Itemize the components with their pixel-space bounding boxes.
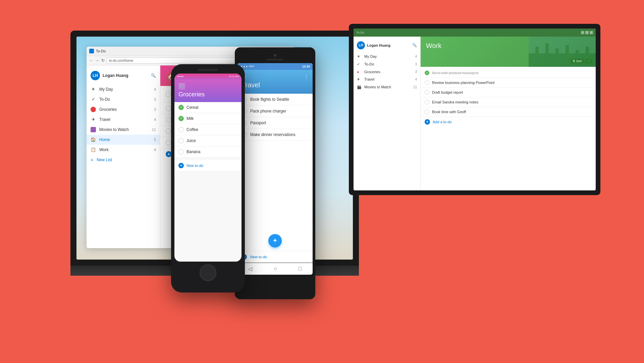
android-fab-container: + [237,227,313,251]
iphone-check-2[interactable] [178,127,184,132]
iphone-check-0[interactable]: ✓ [178,105,184,110]
todo-check-1[interactable] [166,106,171,111]
tablet-sidebar-myday[interactable]: ☀ My Day 4 [354,53,420,60]
sidebar-item-home[interactable]: 🏠 Home 5 [87,135,160,145]
iphone-statusbar: ●●●● 9:41 AM [174,74,241,80]
android-content: Book flights to Seattle Pack phone charg… [237,94,313,263]
sidebar-item-myday[interactable]: ☀ My Day 4 [87,84,160,94]
android-add-todo[interactable]: + New to-do [237,251,313,263]
work-check-2[interactable] [425,90,429,95]
tablet-close[interactable]: × [590,31,593,34]
work-check-0[interactable]: ✓ [425,71,429,75]
groceries-icon [91,107,96,112]
sidebar-count-groceries: 3 [154,107,156,111]
iphone-body: ●●●● 9:41 AM 🛒 Groceries ✓ Cereal ✓ [171,64,245,292]
sidebar-item-work[interactable]: 📋 Work 4 [87,145,160,155]
work-add-todo[interactable]: + Add a to-do [421,117,596,127]
work-check-3[interactable] [425,100,429,104]
sidebar-item-movies[interactable]: Movies to Watch 11 [87,125,160,135]
android-more-icon[interactable]: ⋮ [304,74,309,79]
todo-check-4[interactable] [166,140,171,145]
tablet-minimize[interactable]: − [581,31,584,34]
tablet-sidebar-movies[interactable]: 🎬 Movies to Match 11 [354,83,420,91]
iphone-home-button[interactable] [200,264,216,281]
sidebar-label-todo: To-Do [99,97,151,102]
work-add-icon: + [425,119,430,125]
iphone-add-icon: + [178,163,184,168]
android-item-1: Pack phone charger [237,105,313,117]
tablet-sidebar-label-todo: To-Do [364,62,412,66]
tablet-sidebar-groceries[interactable]: ● Groceries 3 [354,68,420,76]
work-text-1: Review business planning PowerPoint [432,81,495,85]
iphone-item-2: Coffee [174,124,241,135]
work-text-2: Draft budget report [432,90,463,94]
work-check-4[interactable] [425,109,429,114]
username: Logan Huang [103,73,148,78]
iphone-check-3[interactable] [178,138,184,143]
android-back-button[interactable]: ◁ [248,266,252,272]
iphone-check-4[interactable] [178,149,184,154]
iphone-list-title: Groceries [178,91,237,98]
iphone-speaker [198,69,218,71]
iphone-check-1[interactable]: ✓ [178,116,184,121]
tablet-count-myday: 4 [415,55,417,58]
search-icon[interactable]: 🔍 [151,73,156,78]
tablet-username: Logan Huang [367,43,390,47]
tablet-sidebar-todo[interactable]: ✓ To-Do 3 [354,60,420,68]
sort-button[interactable]: ⇅ Sort [571,59,584,63]
sidebar-count-home: 5 [154,138,156,142]
sidebar-count-movies: 11 [152,128,156,132]
refresh-button[interactable]: ↻ [101,58,105,63]
sort-icon: ⇅ [573,59,575,63]
tablet-device: To-Do − □ × LH Logan Huang 🔍 [349,24,600,303]
iphone-device: ●●●● 9:41 AM 🛒 Groceries ✓ Cereal ✓ [171,64,245,292]
work-item-0: ✓ Meet with product managers [421,68,596,78]
tablet-travel-icon: ✈ [357,77,362,82]
tablet-movies-icon: 🎬 [357,85,362,89]
sidebar-item-groceries[interactable]: Groceries 3 [87,104,160,115]
more-button[interactable]: ⋯ [585,59,592,63]
tablet-count-travel: 4 [415,78,417,81]
iphone-item-4: Banana [174,146,241,157]
android-home-button[interactable]: ○ [274,266,277,272]
iphone-item-1: ✓ Milk [174,113,241,124]
tablet-maximize[interactable]: □ [585,31,589,34]
todo-check-2[interactable] [166,117,171,123]
sidebar-item-todo[interactable]: ✓ To-Do 3 [87,94,160,104]
android-list-title: Travel [241,81,309,89]
todo-check-3[interactable] [166,129,171,134]
tablet-sidebar-travel[interactable]: ✈ Travel 4 [354,76,420,83]
tablet-count-groceries: 3 [415,70,417,74]
tablet-titlebar: To-Do − □ × [354,29,596,37]
android-statusbar: ▲▲▲ WiFi 12:30 [237,63,313,70]
work-text-0: Meet with product managers [432,71,479,75]
android-body: ▲▲▲ WiFi 12:30 ☰ ⋮ Travel Book flights t… [235,47,315,299]
android-recents-button[interactable]: □ [299,266,302,272]
new-list-button[interactable]: + New List [87,155,160,165]
iphone-content: ✓ Cereal ✓ Milk Coffee Juice [174,102,241,262]
tablet-sidebar-label-travel: Travel [364,77,412,81]
sidebar-label-myday: My Day [99,87,151,92]
android-text-1: Pack phone charger [250,109,286,114]
todo-check-0[interactable] [166,92,171,97]
sidebar-count-travel: 4 [154,118,156,122]
tablet-body-inner: LH Logan Huang 🔍 ☀ My Day 4 ✓ To-Do [354,37,596,190]
iphone-text-4: Banana [186,149,200,154]
tablet-body: To-Do − □ × LH Logan Huang 🔍 [349,24,600,195]
android-fab-button[interactable]: + [268,234,282,247]
sidebar-count-todo: 3 [154,97,156,101]
tablet-user-row: LH Logan Huang 🔍 [354,39,420,51]
tablet-search-icon[interactable]: 🔍 [412,43,417,47]
myday-icon: ☀ [91,87,96,92]
iphone-add-todo[interactable]: + New to-do [174,160,241,171]
sidebar-label-home: Home [99,137,151,142]
back-button[interactable]: ← [89,58,93,63]
sidebar-count-work: 4 [154,148,156,152]
tablet-count-movies: 11 [413,85,417,89]
tablet-controls: − □ × [581,31,593,34]
sidebar-label-work: Work [99,147,151,152]
forward-button[interactable]: → [95,58,99,63]
work-check-1[interactable] [425,80,429,85]
android-item-0: Book flights to Seattle [237,94,313,105]
sidebar-item-travel[interactable]: ✈ Travel 4 [87,115,160,125]
